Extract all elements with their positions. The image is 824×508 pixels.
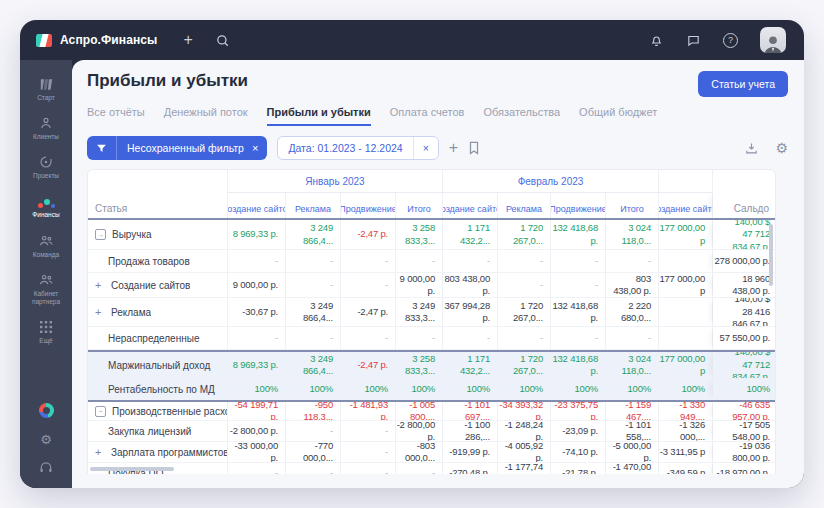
table-cell	[659, 250, 713, 272]
sidebar-item-clients[interactable]: Клиенты	[20, 109, 72, 148]
table-row-advertising[interactable]: +Реклама -30,67 р. 3 249 866,4... -2,47 …	[88, 298, 775, 327]
table-column-header: Статья Создание сайтов Реклама Продвижен…	[88, 193, 775, 220]
tree-expand-icon[interactable]: +	[95, 446, 107, 458]
create-icon[interactable]: +	[183, 31, 192, 49]
tree-expand-icon[interactable]: +	[95, 306, 107, 318]
column-advertising: Реклама	[286, 193, 341, 218]
table-cell: 3 249 866,4...	[286, 352, 341, 378]
table-cell: 9 000,00 р.	[228, 273, 286, 297]
row-label: Маржинальный доход	[108, 360, 210, 371]
table-cell: -950 118,3...	[286, 402, 341, 420]
collapse-icon[interactable]: −	[95, 406, 106, 417]
projects-icon	[39, 155, 53, 169]
column-saldo: Сальдо	[713, 193, 776, 218]
row-label: Реклама	[111, 307, 151, 318]
table-cell: -	[341, 442, 396, 462]
table-cell: -	[443, 250, 498, 272]
tab-total-budget[interactable]: Общий бюджет	[579, 106, 657, 126]
table-cell: -	[443, 327, 498, 349]
table-cell: -	[341, 421, 396, 441]
table-cell: -1 481,93 р.	[341, 402, 396, 420]
notifications-icon[interactable]	[649, 33, 664, 48]
sidebar-item-more[interactable]: Ещё	[20, 313, 72, 352]
search-icon[interactable]	[215, 33, 230, 48]
download-icon[interactable]	[744, 141, 759, 156]
tab-all-reports[interactable]: Все отчёты	[87, 106, 145, 126]
more-grid-icon	[40, 320, 52, 334]
table-cell: -1 100 286,...	[443, 421, 498, 441]
table-cell: 177 000,00 р	[659, 273, 713, 297]
support-icon[interactable]	[39, 461, 53, 474]
sidebar-item-team[interactable]: Команда	[20, 227, 72, 266]
row-label: Производственные расходы	[112, 406, 228, 417]
tab-liabilities[interactable]: Обязательства	[483, 106, 560, 126]
table-cell: 100%	[228, 379, 286, 399]
sidebar-item-partner-cabinet[interactable]: Кабинет партнера	[20, 266, 72, 313]
avatar[interactable]	[760, 27, 786, 53]
help-icon[interactable]: ?	[723, 33, 738, 48]
saldo-cell: -18 970,00 р.	[713, 463, 776, 474]
team-icon	[39, 234, 54, 248]
table-cell: -3 311,95 р	[659, 442, 713, 462]
page-title: Прибыли и убытки	[87, 71, 248, 91]
sidebar-item-start[interactable]: Старт	[20, 70, 72, 109]
table-cell: -	[228, 327, 286, 349]
table-cell: -	[286, 250, 341, 272]
table-cell: -2,47 р.	[341, 298, 396, 326]
brand-icon[interactable]	[39, 403, 54, 418]
add-filter-icon[interactable]: +	[449, 140, 458, 156]
filter-funnel-icon[interactable]	[87, 136, 117, 160]
table-cell: -	[286, 273, 341, 297]
unsaved-filter-chip[interactable]: Несохраненный фильтр ×	[87, 136, 267, 160]
date-filter-chip[interactable]: Дата: 01.2023 - 12.2024 ×	[277, 136, 438, 160]
table-row-license-purchase[interactable]: Закупка лицензий -2 800,00 р. - - -2 800…	[88, 421, 775, 442]
table-cell: -	[396, 463, 443, 474]
table-cell: 177 000,00 р	[659, 352, 713, 378]
table-cell: 3 258 833,3...	[396, 220, 443, 249]
table-settings-icon[interactable]: ⚙	[775, 140, 788, 156]
row-label: Выручка	[112, 229, 152, 240]
tab-cash-flow[interactable]: Денежный поток	[164, 106, 248, 126]
table-row-revenue[interactable]: →Выручка 8 969,33 р. 3 249 866,4... -2,4…	[88, 220, 775, 250]
content-area: Прибыли и убытки Статьи учета Все отчёты…	[72, 60, 804, 488]
table-row-production-expenses[interactable]: −Производственные расходы -54 199,71 р. …	[88, 400, 775, 421]
tree-expand-icon[interactable]: +	[95, 279, 107, 291]
tab-profit-loss[interactable]: Прибыли и убытки	[267, 106, 371, 126]
month-group-march-partial	[659, 170, 713, 193]
app-window: Аспро.Финансы + ? Старт	[20, 20, 804, 488]
tab-invoice-payments[interactable]: Оплата счетов	[390, 106, 465, 126]
table-cell: -5 000,00 р.	[606, 442, 659, 462]
column-site-creation: Создание сайтов	[228, 193, 286, 218]
table-row-md-profitability[interactable]: Рентабельность по МД 100% 100% 100% 100%…	[88, 379, 775, 400]
horizontal-scrollbar[interactable]	[90, 467, 174, 471]
app-logo-icon	[36, 34, 52, 47]
table-cell: -1 177,74 р.	[498, 463, 551, 474]
vertical-scrollbar[interactable]	[769, 224, 773, 286]
table-cell: -2 800,00 р.	[228, 421, 286, 441]
table-row-undistributed[interactable]: Нераспределенные - - - - - - - - 57 550,…	[88, 327, 775, 350]
table-row-marginal-income[interactable]: Маржинальный доход 8 969,33 р. 3 249 866…	[88, 350, 775, 379]
expand-icon[interactable]: →	[95, 229, 106, 240]
table-cell: -	[551, 273, 606, 297]
sidebar-item-projects[interactable]: Проекты	[20, 148, 72, 187]
table-cell: -1 470,00 р.	[606, 463, 659, 474]
chat-icon[interactable]	[686, 33, 701, 48]
table-row-programmer-salary[interactable]: +Зарплата программистов -33 000,00 р. -7…	[88, 442, 775, 463]
table-row-site-creation[interactable]: +Создание сайтов 9 000,00 р. - - 9 000,0…	[88, 273, 775, 298]
sidebar: Старт Клиенты Проекты Финансы Команда	[20, 60, 72, 488]
table-cell: 803 438,00 р.	[606, 273, 659, 297]
remove-date-filter-icon[interactable]: ×	[413, 137, 438, 159]
table-row-software-purchase[interactable]: Покупка ПО - - - - -270,48 р. -1 177,74 …	[88, 463, 775, 474]
settings-icon[interactable]: ⚙	[40, 432, 52, 447]
table-row-goods-sales[interactable]: Продажа товаров - - - - - - - - 278 000,…	[88, 250, 775, 273]
bookmark-icon[interactable]	[468, 141, 480, 155]
table-cell: -2,47 р.	[341, 220, 396, 249]
sidebar-item-finance[interactable]: Финансы	[20, 187, 72, 226]
table-cell: 3 249 866,4...	[286, 220, 341, 249]
remove-filter-icon[interactable]: ×	[250, 142, 267, 154]
accounting-articles-button[interactable]: Статьи учета	[698, 71, 788, 97]
table-cell: 1 720 267,0...	[498, 352, 551, 378]
table-cell: -23,09 р.	[551, 421, 606, 441]
table-cell: -4 005,92 р.	[498, 442, 551, 462]
table-cell: 1 171 432,2...	[443, 352, 498, 378]
